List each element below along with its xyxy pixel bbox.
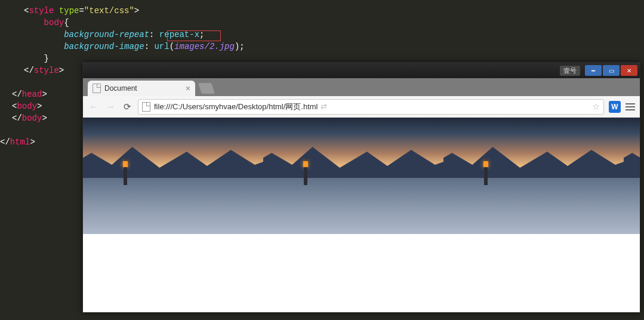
- toolbar: ← → ⟳ file:///C:/Users/smyhvae/Desktop/h…: [83, 96, 640, 118]
- svg-marker-0: [83, 147, 263, 183]
- ime-indicator: 壹号: [560, 66, 580, 76]
- new-tab-button[interactable]: [198, 83, 215, 94]
- page-viewport: [83, 118, 640, 312]
- file-icon: [142, 102, 150, 112]
- translate-icon[interactable]: ⇄: [321, 102, 327, 111]
- window-close-button[interactable]: ✕: [621, 65, 637, 76]
- address-bar[interactable]: file:///C:/Users/smyhvae/Desktop/html/网页…: [138, 99, 604, 115]
- code-line: <style type="text/css">: [24, 5, 644, 17]
- svg-marker-3: [624, 147, 640, 183]
- window-titlebar[interactable]: 壹号 ━ ▭ ✕: [83, 63, 640, 78]
- extension-badge[interactable]: W: [609, 101, 621, 113]
- code-line: background-image: url(images/2.jpg);: [24, 41, 644, 53]
- browser-window: 壹号 ━ ▭ ✕ Document × ← → ⟳ file:///C:/Use…: [82, 62, 640, 313]
- bg-tile: [624, 118, 640, 234]
- bg-tile: [443, 118, 624, 234]
- forward-button[interactable]: →: [104, 101, 116, 112]
- maximize-button[interactable]: ▭: [603, 65, 620, 76]
- tab-strip: Document ×: [83, 78, 640, 96]
- svg-marker-1: [263, 147, 443, 183]
- repeated-background: [83, 118, 640, 234]
- bg-tile: [83, 118, 263, 234]
- code-line: background-repeat: repeat-x;: [24, 29, 644, 41]
- back-button[interactable]: ←: [88, 101, 100, 112]
- reload-button[interactable]: ⟳: [121, 101, 133, 112]
- url-text: file:///C:/Users/smyhvae/Desktop/html/网页…: [154, 101, 318, 112]
- highlighted-value: repeat-x: [159, 30, 199, 39]
- bg-tile: [263, 118, 443, 234]
- tab-close-button[interactable]: ×: [186, 84, 190, 93]
- file-icon: [93, 84, 101, 93]
- browser-tab[interactable]: Document ×: [88, 81, 195, 96]
- svg-marker-2: [443, 147, 624, 183]
- minimize-button[interactable]: ━: [585, 65, 602, 76]
- code-line: body{: [24, 17, 644, 29]
- bookmark-star-icon[interactable]: ☆: [592, 101, 600, 112]
- tab-title: Document: [104, 84, 137, 93]
- menu-button[interactable]: [625, 103, 635, 110]
